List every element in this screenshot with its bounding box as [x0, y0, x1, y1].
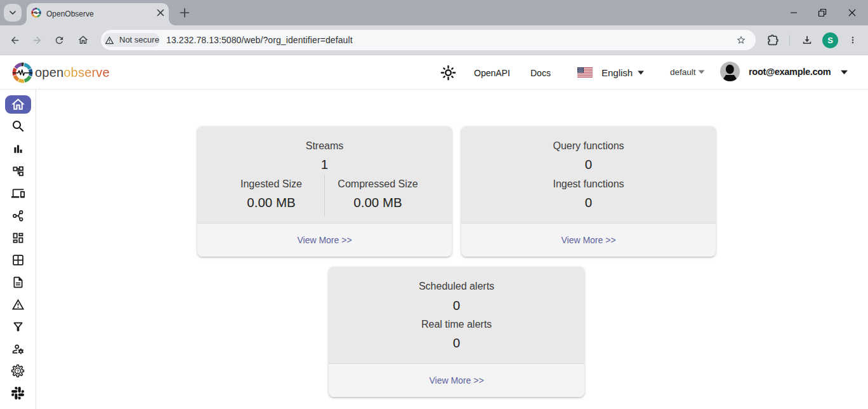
svg-text:?: ?	[16, 368, 20, 374]
